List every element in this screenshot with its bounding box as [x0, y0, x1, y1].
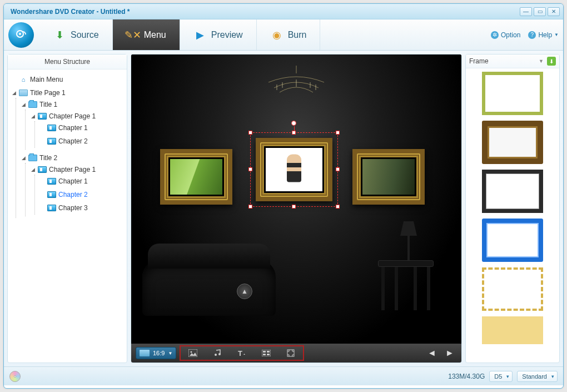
film-icon — [47, 125, 56, 131]
tree-label: Chapter Page 1 — [49, 112, 96, 120]
chevron-down-icon[interactable]: ▼ — [539, 58, 544, 64]
titlebar: Wondershare DVD Creator - Untitled * — ▭… — [4, 4, 563, 19]
tree-item-chapter-1b[interactable]: Chapter 1 — [37, 176, 126, 186]
right-panel-title: Frame — [469, 57, 489, 65]
home-icon: ⌂ — [19, 76, 28, 83]
tab-burn-label: Burn — [288, 30, 307, 40]
pencil-cross-icon: ✎✕ — [126, 28, 140, 42]
tab-preview[interactable]: ▶ Preview — [180, 19, 257, 50]
collapse-icon[interactable]: ◢ — [21, 102, 26, 107]
collapse-icon[interactable]: ◢ — [30, 113, 36, 119]
frame-option[interactable] — [482, 219, 543, 262]
svg-rect-14 — [267, 351, 270, 353]
svg-point-1 — [19, 33, 21, 35]
frame-option[interactable] — [482, 121, 543, 164]
background-tool-button[interactable] — [181, 346, 205, 360]
tree-label: Chapter Page 1 — [49, 166, 96, 173]
maximize-button[interactable]: ▭ — [534, 7, 546, 16]
option-label: Option — [501, 31, 520, 39]
collapse-icon[interactable]: ◢ — [30, 167, 36, 172]
tree-label: Chapter 2 — [58, 137, 88, 145]
thumbnail-image — [170, 159, 222, 195]
tree-label: Chapter 2 — [58, 191, 88, 199]
collapse-icon[interactable]: ◢ — [11, 90, 17, 96]
chevron-down-icon: ▼ — [168, 351, 172, 356]
status-bar: 133M/4.30G D5 Standard — [4, 366, 563, 385]
frame-option[interactable] — [482, 316, 543, 344]
frame-thumbnail-1[interactable] — [160, 149, 232, 205]
thumbnail-tool-button[interactable] — [254, 346, 278, 360]
tree-label: Chapter 3 — [58, 204, 88, 212]
tree-label: Title 2 — [39, 154, 57, 162]
svg-rect-17 — [287, 350, 294, 356]
frame-option[interactable] — [482, 267, 543, 311]
tree-item-chapter-page-1b[interactable]: ◢ Chapter Page 1 — [28, 165, 126, 175]
tree-label: Title 1 — [39, 101, 57, 108]
tab-menu[interactable]: ✎✕ Menu — [113, 19, 180, 50]
window-title: Wondershare DVD Creator - Untitled * — [7, 8, 518, 16]
play-clapboard-icon: ▶ — [193, 28, 207, 42]
svg-text:T: T — [238, 349, 242, 357]
film-icon — [38, 166, 47, 173]
couch-prop — [142, 260, 276, 316]
close-button[interactable]: ✕ — [548, 7, 560, 16]
folder-icon — [28, 101, 37, 108]
disc-icon: ◉ — [270, 28, 284, 42]
quality-select[interactable]: Standard — [517, 371, 558, 382]
disc-type-select[interactable]: D5 — [489, 371, 513, 382]
sidetable-prop — [378, 260, 434, 310]
svg-rect-13 — [263, 351, 266, 353]
quality-label: Standard — [522, 373, 547, 380]
right-panel: Frame ▼ ⬇ — [465, 54, 560, 363]
svg-point-9 — [215, 354, 217, 356]
tree-item-title-page-1[interactable]: ◢ Title Page 1 — [9, 88, 126, 98]
tree-item-chapter-2[interactable]: Chapter 2 — [37, 136, 126, 146]
body: Menu Structure ⌂ Main Menu ◢ Title Page … — [4, 51, 563, 366]
tree-item-chapter-3b[interactable]: Chapter 3 — [37, 203, 126, 213]
film-icon — [47, 191, 56, 198]
thumbnail-image — [266, 148, 322, 191]
menu-structure-tree: ⌂ Main Menu ◢ Title Page 1 ◢ — [8, 70, 127, 363]
tab-source[interactable]: ⬇ Source — [39, 19, 113, 50]
menu-canvas[interactable]: ▲ — [131, 54, 461, 344]
option-link[interactable]: ✲ Option — [491, 31, 520, 39]
next-page-button[interactable]: ► — [442, 347, 457, 359]
frame-thumbnail-3[interactable] — [352, 149, 425, 205]
tree-item-title-2[interactable]: ◢ Title 2 — [18, 153, 126, 163]
frame-thumbnail-2-selected[interactable] — [256, 138, 332, 201]
download-frames-button[interactable]: ⬇ — [547, 57, 556, 66]
svg-rect-16 — [267, 354, 270, 355]
frame-option[interactable] — [482, 170, 543, 213]
film-icon — [38, 113, 47, 120]
sidebar-header: Menu Structure — [8, 54, 127, 70]
canvas-toolbar: 16:9 ▼ T ◄ ► — [131, 344, 461, 363]
tree-label: Chapter 1 — [58, 177, 88, 185]
frame-option[interactable] — [482, 72, 543, 115]
header: ⬇ Source ✎✕ Menu ▶ Preview ◉ Burn ✲ Opti… — [4, 19, 563, 51]
minimize-button[interactable]: — — [520, 7, 532, 16]
frame-list — [466, 68, 559, 363]
tree-item-chapter-2b[interactable]: Chapter 2 — [37, 190, 126, 200]
aspect-ratio-select[interactable]: 16:9 ▼ — [136, 347, 176, 359]
svg-rect-12 — [262, 350, 271, 356]
tree-item-main-menu[interactable]: ⌂ Main Menu — [9, 75, 126, 85]
tab-burn[interactable]: ◉ Burn — [257, 19, 321, 50]
collapse-icon[interactable]: ◢ — [21, 155, 26, 161]
tree-item-title-1[interactable]: ◢ Title 1 — [18, 100, 126, 110]
gear-icon: ✲ — [491, 31, 499, 39]
aspect-ratio-label: 16:9 — [153, 350, 165, 356]
help-link[interactable]: ? Help ▼ — [528, 31, 559, 39]
app-window: Wondershare DVD Creator - Untitled * — ▭… — [3, 3, 564, 389]
text-tool-button[interactable]: T — [230, 346, 254, 360]
layout-tool-button[interactable] — [278, 346, 303, 360]
help-icon: ? — [528, 31, 536, 39]
film-icon — [47, 178, 56, 185]
tree-item-chapter-1[interactable]: Chapter 1 — [37, 123, 126, 133]
tree-label: Main Menu — [30, 76, 63, 83]
music-tool-button[interactable] — [205, 346, 230, 360]
thumbnail-image — [362, 159, 415, 195]
tree-label: Title Page 1 — [30, 89, 66, 97]
tree-item-chapter-page-1[interactable]: ◢ Chapter Page 1 — [28, 111, 126, 121]
up-nav-button[interactable]: ▲ — [237, 284, 252, 299]
prev-page-button[interactable]: ◄ — [425, 347, 439, 359]
